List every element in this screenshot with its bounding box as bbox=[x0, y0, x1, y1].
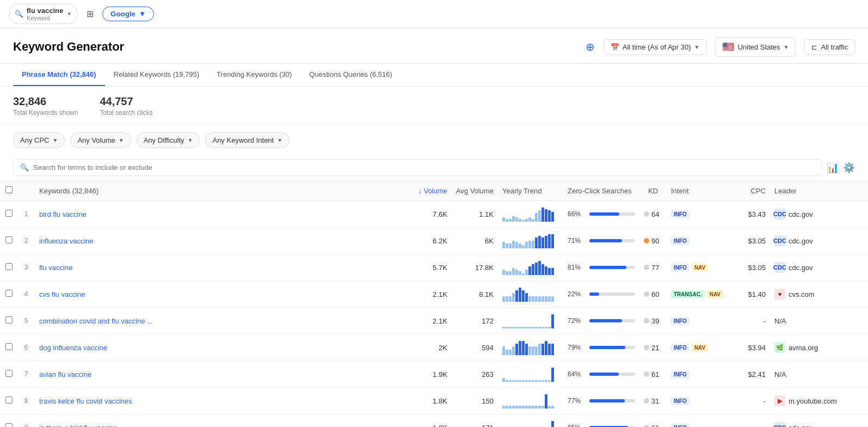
export-excel-button[interactable]: 📊 bbox=[827, 162, 839, 174]
stat-clicks-value: 44,757 bbox=[100, 95, 152, 108]
row-kd: 21 bbox=[639, 334, 667, 361]
kd-value: 61 bbox=[651, 370, 659, 379]
search-pill[interactable]: 🔍 flu vaccine Keyword ▼ bbox=[9, 4, 78, 24]
leader-favicon: ♥ bbox=[774, 289, 785, 300]
zcs-percent: 81% bbox=[568, 264, 585, 271]
intent-badge: INFO bbox=[671, 344, 690, 352]
th-kd[interactable]: KD bbox=[639, 181, 667, 201]
row-checkbox-8[interactable] bbox=[5, 396, 13, 404]
th-cpc[interactable]: CPC bbox=[732, 181, 770, 201]
settings-button[interactable]: ⚙️ bbox=[843, 162, 855, 174]
row-checkbox-9[interactable] bbox=[5, 423, 13, 427]
leader-name: cdc.gov bbox=[789, 237, 813, 245]
row-checkbox-5[interactable] bbox=[5, 316, 13, 324]
keyword-link[interactable]: bird flu vaccine bbox=[39, 210, 87, 218]
keyword-link[interactable]: is there a bird flu vaccine bbox=[39, 424, 118, 428]
row-checkbox-7[interactable] bbox=[5, 370, 13, 377]
traffic-filter-button[interactable]: ⊏ All traffic bbox=[804, 39, 855, 55]
zcs-bar-fill bbox=[589, 399, 625, 402]
row-number: 2 bbox=[17, 228, 35, 254]
row-avg-volume: 263 bbox=[452, 361, 498, 388]
row-zero-click: 85% bbox=[563, 414, 639, 428]
th-checkbox bbox=[0, 181, 17, 201]
row-yearly-trend bbox=[498, 361, 563, 388]
row-checkbox-3[interactable] bbox=[5, 263, 13, 270]
leader-name: cdc.gov bbox=[789, 424, 813, 428]
engine-caret-icon: ▼ bbox=[139, 10, 146, 18]
country-label: United States bbox=[737, 43, 780, 51]
tab-phrase-match[interactable]: Phrase Match (32,846) bbox=[13, 64, 105, 86]
th-yearly-trend[interactable]: Yearly Trend bbox=[498, 181, 563, 201]
row-checkbox-2[interactable] bbox=[5, 236, 13, 243]
row-checkbox-1[interactable] bbox=[5, 210, 13, 217]
row-volume: 1.8K bbox=[414, 414, 452, 428]
intent-badge: INFO bbox=[671, 397, 690, 405]
th-volume[interactable]: ↓ Volume bbox=[414, 181, 452, 201]
row-avg-volume: 171 bbox=[452, 414, 498, 428]
date-filter-button[interactable]: 📅 All time (As of Apr 30) ▼ bbox=[604, 39, 707, 55]
tab-questions-queries[interactable]: Questions Queries (6,516) bbox=[300, 64, 401, 86]
search-bar-actions: 📊 ⚙️ bbox=[827, 162, 855, 174]
filter-difficulty[interactable]: Any Difficulty ▼ bbox=[137, 132, 200, 148]
row-intent: INFONAV bbox=[667, 254, 732, 281]
row-intent: TRANSAC.NAV bbox=[667, 281, 732, 308]
tab-related-keywords[interactable]: Related Keywords (19,795) bbox=[105, 64, 208, 86]
row-intent: INFO bbox=[667, 308, 732, 334]
filter-intent-label: Any Keyword Intent bbox=[212, 136, 274, 144]
zcs-bar-bg bbox=[589, 319, 635, 322]
row-cpc: - bbox=[732, 414, 770, 428]
intent-badge: INFO bbox=[671, 264, 690, 272]
row-leader: N/A bbox=[770, 308, 868, 334]
filter-volume[interactable]: Any Volume ▼ bbox=[70, 132, 131, 148]
keyword-link[interactable]: dog influenza vaccine bbox=[39, 344, 107, 352]
row-number: 7 bbox=[17, 361, 35, 388]
page-header: Keyword Generator ⊕ 📅 All time (As of Ap… bbox=[0, 28, 868, 64]
keyword-link[interactable]: travis kelce flu covid vaccines bbox=[39, 397, 132, 405]
th-intent[interactable]: Intent bbox=[667, 181, 732, 201]
filter-cpc[interactable]: Any CPC ▼ bbox=[13, 132, 65, 148]
country-flag-icon: 🇺🇸 bbox=[722, 41, 734, 53]
kd-dot bbox=[644, 291, 649, 297]
kd-value: 39 bbox=[651, 317, 659, 325]
leader-name: N/A bbox=[774, 317, 786, 325]
row-leader: CDCcdc.gov bbox=[770, 254, 868, 281]
page-title: Keyword Generator bbox=[13, 40, 124, 54]
row-checkbox-6[interactable] bbox=[5, 343, 13, 350]
row-leader: CDCcdc.gov bbox=[770, 228, 868, 254]
row-checkbox-4[interactable] bbox=[5, 290, 13, 297]
row-kd: 39 bbox=[639, 308, 667, 334]
row-yearly-trend bbox=[498, 228, 563, 254]
search-input[interactable] bbox=[33, 163, 815, 172]
keyword-link[interactable]: cvs flu vaccine bbox=[39, 290, 85, 298]
filter-intent[interactable]: Any Keyword Intent ▼ bbox=[205, 132, 290, 148]
th-avg-volume[interactable]: Avg Volume bbox=[452, 181, 498, 201]
row-number: 3 bbox=[17, 254, 35, 281]
row-volume: 2K bbox=[414, 334, 452, 361]
row-number: 1 bbox=[17, 201, 35, 228]
country-filter-button[interactable]: 🇺🇸 United States ▼ bbox=[715, 37, 796, 57]
select-all-checkbox[interactable] bbox=[5, 186, 13, 193]
keyword-link[interactable]: avian flu vaccine bbox=[39, 370, 91, 379]
tab-trending-keywords[interactable]: Trending Keywords (30) bbox=[208, 64, 300, 86]
th-leader[interactable]: Leader bbox=[770, 181, 868, 201]
compare-button[interactable]: ⊞ bbox=[84, 7, 96, 21]
zcs-bar-bg bbox=[589, 399, 635, 402]
engine-selector-button[interactable]: Google ▼ bbox=[102, 7, 154, 21]
row-cpc: $3.05 bbox=[732, 228, 770, 254]
row-volume: 7.6K bbox=[414, 201, 452, 228]
keyword-link[interactable]: combination covid and flu vaccine ... bbox=[39, 317, 153, 325]
keywords-table: Keywords (32,846) ↓ Volume Avg Volume Ye… bbox=[0, 181, 868, 427]
filter-row: Any CPC ▼ Any Volume ▼ Any Difficulty ▼ … bbox=[0, 126, 868, 155]
intent-badge: NAV bbox=[692, 264, 708, 272]
zcs-percent: 22% bbox=[568, 290, 585, 298]
keyword-link[interactable]: influenza vaccine bbox=[39, 237, 94, 245]
zcs-bar-fill bbox=[589, 212, 619, 216]
leader-name: cdc.gov bbox=[789, 210, 813, 218]
kd-dot bbox=[644, 238, 649, 243]
row-intent: INFO bbox=[667, 228, 732, 254]
row-avg-volume: 6K bbox=[452, 228, 498, 254]
th-zero-click[interactable]: Zero-Click Searches bbox=[563, 181, 639, 201]
keyword-link[interactable]: flu vaccine bbox=[39, 264, 72, 272]
zcs-bar-bg bbox=[589, 266, 635, 269]
th-keywords[interactable]: Keywords (32,846) bbox=[35, 181, 414, 201]
